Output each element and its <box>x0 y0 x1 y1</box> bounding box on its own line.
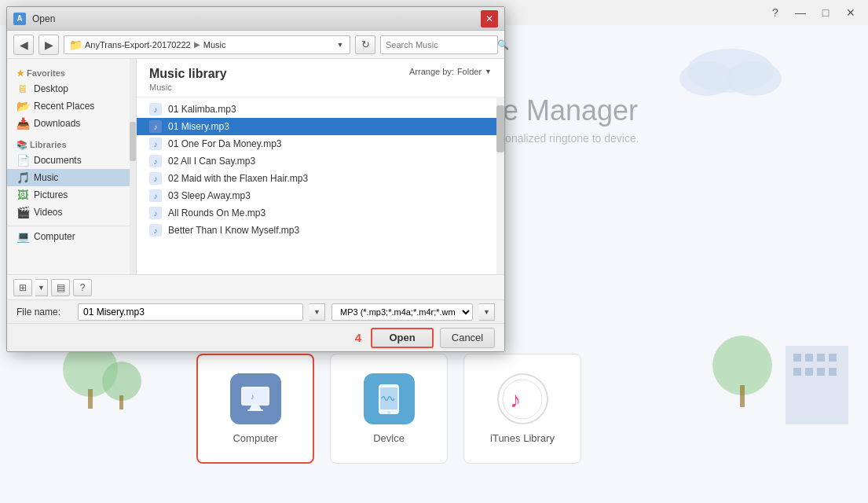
computer-card-icon: ♪ <box>230 373 281 424</box>
file-item-4[interactable]: ♪ 02 Maid with the Flaxen Hair.mp3 <box>137 170 504 187</box>
file-item-5[interactable]: ♪ 03 Sleep Away.mp3 <box>137 187 504 204</box>
close-button[interactable]: ✕ <box>840 2 862 24</box>
path-segment-1: AnyTrans-Export-20170222 <box>85 40 191 50</box>
computer-card[interactable]: ♪ Computer <box>196 354 314 464</box>
maximize-button[interactable]: □ <box>815 2 837 24</box>
file-item-0[interactable]: ♪ 01 Kalimba.mp3 <box>137 101 504 118</box>
itunes-card-icon: ♪ <box>497 373 548 424</box>
sidebar-item-downloads[interactable]: 📥 Downloads <box>7 115 136 132</box>
svg-point-7 <box>712 336 772 395</box>
file-icon-6: ♪ <box>149 207 162 219</box>
file-icon-1: ♪ <box>149 120 162 133</box>
open-button[interactable]: Open <box>371 328 434 348</box>
itunes-card[interactable]: ♪ iTunes Library <box>463 354 581 464</box>
view-help-button[interactable]: ? <box>73 279 92 296</box>
view-grid-button[interactable]: ⊞ <box>13 279 32 296</box>
search-box[interactable]: 🔍 <box>380 35 498 54</box>
sidebar-scrollbar-thumb <box>130 122 136 161</box>
favorites-section-header: ★ Favorites <box>7 65 136 80</box>
svg-rect-19 <box>243 388 268 404</box>
sidebar-item-videos[interactable]: 🎬 Videos <box>7 204 136 221</box>
sidebar-spacer2 <box>7 221 136 224</box>
sidebar-divider <box>7 226 136 226</box>
dialog-action-row: 4 Open Cancel <box>7 323 504 351</box>
file-name-3: 02 All I Can Say.mp3 <box>168 156 492 167</box>
folder-header: Music library Music Arrange by: Folder ▼ <box>137 59 504 97</box>
svg-rect-9 <box>786 346 848 424</box>
filename-row: File name: ▼ MP3 (*.mp3;*.m4a;*.m4r;*.wm… <box>7 299 504 323</box>
itunes-card-label: iTunes Library <box>490 432 555 444</box>
svg-rect-13 <box>829 354 837 362</box>
downloads-icon: 📥 <box>16 117 29 130</box>
filename-input[interactable] <box>78 303 303 321</box>
cancel-button[interactable]: Cancel <box>440 328 495 348</box>
sidebar-item-music[interactable]: 🎵 Music <box>7 169 136 186</box>
music-label: Music <box>34 172 58 183</box>
filetype-select[interactable]: MP3 (*.mp3;*.m4a;*.m4r;*.wma <box>331 303 473 321</box>
downloads-label: Downloads <box>34 118 80 129</box>
path-dropdown-icon[interactable]: ▼ <box>335 40 345 50</box>
dialog-title: Open <box>32 13 474 24</box>
path-segment-2: Music <box>203 40 226 50</box>
sidebar-item-desktop[interactable]: 🖥 Desktop <box>7 80 136 97</box>
file-item-6[interactable]: ♪ All Rounds On Me.mp3 <box>137 204 504 222</box>
view-grid-dropdown[interactable]: ▼ <box>35 279 48 296</box>
path-folder-icon: 📁 <box>69 39 82 51</box>
videos-icon: 🎬 <box>16 206 29 218</box>
refresh-button[interactable]: ↻ <box>355 35 375 54</box>
back-button[interactable]: ◀ <box>13 35 34 55</box>
minimize-button[interactable]: — <box>789 2 811 24</box>
file-item-7[interactable]: ♪ Better Than I Know Myself.mp3 <box>137 222 504 239</box>
search-input[interactable] <box>386 40 494 50</box>
svg-rect-23 <box>380 387 397 409</box>
file-icon-0: ♪ <box>149 103 162 116</box>
svg-point-24 <box>387 411 390 414</box>
sidebar-item-computer[interactable]: 💻 Computer <box>7 228 136 245</box>
file-list-scrollbar[interactable] <box>496 97 504 274</box>
libraries-icon: 📚 <box>16 140 27 149</box>
sidebar-item-pictures[interactable]: 🖼 Pictures <box>7 186 136 204</box>
filetype-dropdown-button[interactable]: ▼ <box>479 303 495 321</box>
forward-button[interactable]: ▶ <box>38 35 59 55</box>
arrange-by[interactable]: Arrange by: Folder ▼ <box>409 67 492 76</box>
dialog-close-button[interactable]: ✕ <box>481 10 498 28</box>
sidebar-scrollbar[interactable] <box>130 59 136 274</box>
sidebar-item-recent[interactable]: 📂 Recent Places <box>7 97 136 115</box>
file-list: ♪ 01 Kalimba.mp3 ♪ 01 Misery.mp3 ♪ 01 On… <box>137 97 504 274</box>
dialog-view-toolbar: ⊞ ▼ ▤ ? <box>7 274 504 299</box>
svg-rect-15 <box>805 368 813 376</box>
recent-icon: 📂 <box>16 100 29 112</box>
path-arrow: ▶ <box>194 40 200 49</box>
recent-label: Recent Places <box>34 101 94 112</box>
dialog-body: ★ Favorites 🖥 Desktop 📂 Recent Places 📥 … <box>7 59 504 274</box>
file-name-4: 02 Maid with the Flaxen Hair.mp3 <box>168 173 492 184</box>
pictures-icon: 🖼 <box>16 189 29 201</box>
file-icon-7: ♪ <box>149 224 162 237</box>
view-pane-button[interactable]: ▤ <box>51 279 70 296</box>
file-icon-5: ♪ <box>149 189 162 202</box>
file-name-7: Better Than I Know Myself.mp3 <box>168 225 492 236</box>
computer-sidebar-icon: 💻 <box>16 230 29 243</box>
file-name-5: 03 Sleep Away.mp3 <box>168 190 492 201</box>
help-button[interactable]: ? <box>764 2 786 24</box>
arrange-label: Arrange by: <box>409 67 454 76</box>
file-name-0: 01 Kalimba.mp3 <box>168 104 492 115</box>
file-item-3[interactable]: ♪ 02 All I Can Say.mp3 <box>137 152 504 170</box>
svg-rect-20 <box>247 409 263 411</box>
arrange-value: Folder <box>457 67 482 76</box>
device-card[interactable]: Device <box>330 354 448 464</box>
sidebar-item-documents[interactable]: 📄 Documents <box>7 152 136 169</box>
computer-svg-icon: ♪ <box>240 385 271 413</box>
filename-dropdown-button[interactable]: ▼ <box>309 303 325 321</box>
computer-sidebar-label: Computer <box>34 231 75 242</box>
music-icon: 🎵 <box>16 171 29 184</box>
svg-text:♪: ♪ <box>251 392 255 401</box>
documents-icon: 📄 <box>16 154 29 167</box>
dialog-app-icon: A <box>13 13 26 25</box>
file-item-2[interactable]: ♪ 01 One For Da Money.mp3 <box>137 135 504 152</box>
path-bar[interactable]: 📁 AnyTrans-Export-20170222 ▶ Music ▼ <box>64 35 350 54</box>
svg-rect-4 <box>88 389 93 409</box>
file-item-1[interactable]: ♪ 01 Misery.mp3 <box>137 118 504 135</box>
svg-point-0 <box>687 49 774 93</box>
file-name-2: 01 One For Da Money.mp3 <box>168 138 492 149</box>
